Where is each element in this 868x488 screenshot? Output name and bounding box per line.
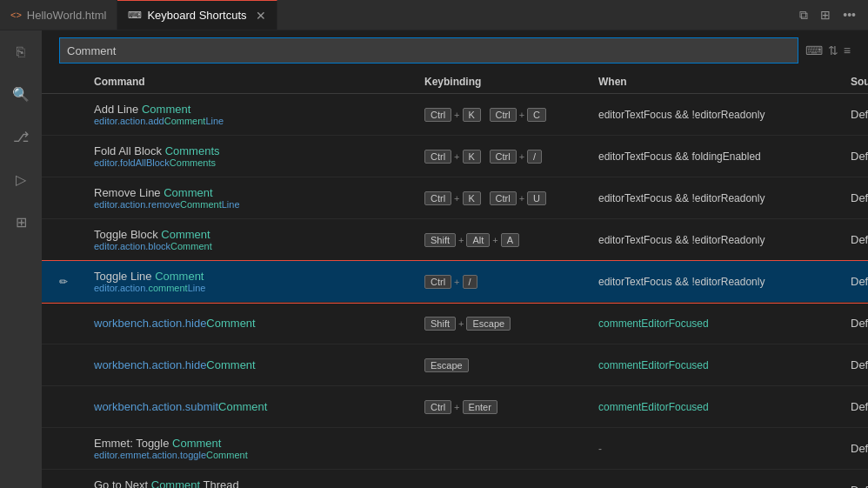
cmd-cell: Go to Next Comment Thread editor.action.… bbox=[94, 478, 424, 488]
cmd-cell: workbench.action.hideComment bbox=[94, 317, 424, 330]
source-cell: Default bbox=[851, 358, 868, 371]
source-cell: Default bbox=[851, 150, 868, 163]
tab-keyboard-label: Keyboard Shortcuts bbox=[147, 9, 246, 22]
when-cell: editorTextFocus && !editorReadonly bbox=[598, 109, 851, 121]
split-editor-icon[interactable]: ⧉ bbox=[796, 6, 811, 24]
table-row[interactable]: Go to Next Comment Thread editor.action.… bbox=[42, 470, 868, 488]
search-input[interactable] bbox=[67, 44, 791, 57]
tab-close-icon[interactable]: ✕ bbox=[256, 9, 266, 23]
table-row[interactable]: Toggle Block Comment editor.action.block… bbox=[42, 219, 868, 261]
table-header: Command Keybinding When Source bbox=[42, 70, 868, 94]
source-control-icon[interactable]: ⎇ bbox=[8, 124, 34, 150]
tab-bar: <> HelloWorld.html ⌨ Keyboard Shortcuts … bbox=[0, 0, 868, 30]
table-row[interactable]: Add Line Comment editor.action.addCommen… bbox=[42, 94, 868, 136]
keybinding-cell: Ctrl + K Ctrl + / bbox=[424, 150, 598, 164]
keybinding-cell: Shift + Escape bbox=[424, 317, 598, 331]
sort-icon[interactable]: ⇅ bbox=[828, 43, 838, 57]
table-row[interactable]: Emmet: Toggle Comment editor.emmet.actio… bbox=[42, 428, 868, 470]
header-when: When bbox=[598, 76, 851, 88]
when-cell: commentEditorFocused bbox=[598, 318, 851, 330]
explorer-icon[interactable]: ⎘ bbox=[11, 39, 30, 65]
keybinding-cell: Ctrl + K Ctrl + U bbox=[424, 191, 598, 205]
search-wrap[interactable] bbox=[59, 37, 798, 64]
header-keybinding: Keybinding bbox=[424, 76, 598, 88]
search-icon[interactable]: 🔍 bbox=[7, 81, 35, 108]
when-cell: - bbox=[598, 443, 851, 455]
sidebar: ⎘ 🔍 ⎇ ▷ ⊞ bbox=[0, 30, 42, 488]
table-row[interactable]: Remove Line Comment editor.action.remove… bbox=[42, 177, 868, 219]
more-actions-icon[interactable]: ••• bbox=[839, 6, 859, 23]
when-cell: editorTextFocus && !editorReadonly bbox=[598, 192, 851, 204]
keybinding-cell: Escape bbox=[424, 358, 598, 372]
cmd-cell: workbench.action.submitComment bbox=[94, 400, 424, 413]
extensions-icon[interactable]: ⊞ bbox=[10, 209, 32, 236]
layout-icon[interactable]: ⊞ bbox=[817, 6, 834, 23]
table-row[interactable]: workbench.action.submitComment Ctrl + En… bbox=[42, 386, 868, 428]
when-cell: editorTextFocus && foldingEnabled bbox=[598, 150, 851, 163]
when-cell: commentEditorFocused bbox=[598, 401, 851, 413]
html-icon: <> bbox=[10, 10, 22, 20]
source-cell: Default bbox=[851, 233, 868, 246]
cmd-cell: Emmet: Toggle Comment editor.emmet.actio… bbox=[94, 437, 424, 460]
tab-helloworld[interactable]: <> HelloWorld.html bbox=[0, 0, 117, 30]
table-row-selected[interactable]: ✏ Toggle Line Comment editor.action.comm… bbox=[42, 261, 868, 303]
cmd-highlight: Comment bbox=[142, 103, 190, 116]
keyboard-icon: ⌨ bbox=[128, 10, 142, 21]
source-cell: Default bbox=[851, 442, 868, 455]
when-cell: - bbox=[598, 485, 851, 489]
tab-helloworld-label: HelloWorld.html bbox=[27, 9, 107, 22]
cmd-cell: Toggle Line Comment editor.action.commen… bbox=[94, 270, 424, 293]
main-content: ⌨ ⇅ ≡ Command Keybinding When Source Add… bbox=[42, 30, 868, 488]
cmd-cell: Remove Line Comment editor.action.remove… bbox=[94, 186, 424, 210]
keybinding-cell: Ctrl + Enter bbox=[424, 400, 598, 414]
header-source: Source bbox=[851, 76, 868, 88]
source-cell: Default bbox=[851, 275, 868, 288]
table-row[interactable]: Fold All Block Comments editor.foldAllBl… bbox=[42, 136, 868, 177]
source-cell: Default bbox=[851, 108, 868, 121]
source-cell: Default bbox=[851, 400, 868, 413]
tab-keyboard[interactable]: ⌨ Keyboard Shortcuts ✕ bbox=[117, 0, 277, 30]
when-cell: commentEditorFocused bbox=[598, 359, 851, 371]
keybinding-cell: Shift + Alt + A bbox=[424, 233, 598, 247]
header-command: Command bbox=[94, 76, 424, 88]
when-cell: editorTextFocus && !editorReadonly bbox=[598, 234, 851, 246]
edit-icon: ✏ bbox=[59, 276, 68, 288]
cmd-prefix: Add Line bbox=[94, 103, 142, 116]
record-keys-icon[interactable]: ⌨ bbox=[805, 43, 823, 57]
keybinding-cell: Ctrl + K Ctrl + C bbox=[424, 108, 598, 122]
source-cell: Default bbox=[851, 317, 868, 330]
cmd-cell: Fold All Block Comments editor.foldAllBl… bbox=[94, 144, 424, 168]
keybinding-cell: Ctrl + / bbox=[424, 275, 598, 289]
table-row[interactable]: workbench.action.hideComment Escape comm… bbox=[42, 344, 868, 386]
cmd-cell: workbench.action.hideComment bbox=[94, 358, 424, 371]
tab-actions: ⧉ ⊞ ••• bbox=[796, 6, 868, 24]
when-cell: editorTextFocus && !editorReadonly bbox=[598, 276, 851, 288]
source-cell: Default bbox=[851, 484, 868, 488]
table-row[interactable]: workbench.action.hideComment Shift + Esc… bbox=[42, 303, 868, 344]
search-bar: ⌨ ⇅ ≡ bbox=[42, 30, 868, 70]
filter-icon[interactable]: ≡ bbox=[844, 43, 851, 57]
debug-icon[interactable]: ▷ bbox=[10, 166, 31, 193]
table-body: Add Line Comment editor.action.addCommen… bbox=[42, 94, 868, 488]
cmd-cell: Toggle Block Comment editor.action.block… bbox=[94, 228, 424, 251]
source-cell: Default bbox=[851, 191, 868, 204]
search-icons: ⌨ ⇅ ≡ bbox=[805, 43, 851, 57]
cmd-cell: Add Line Comment editor.action.addCommen… bbox=[94, 103, 424, 126]
